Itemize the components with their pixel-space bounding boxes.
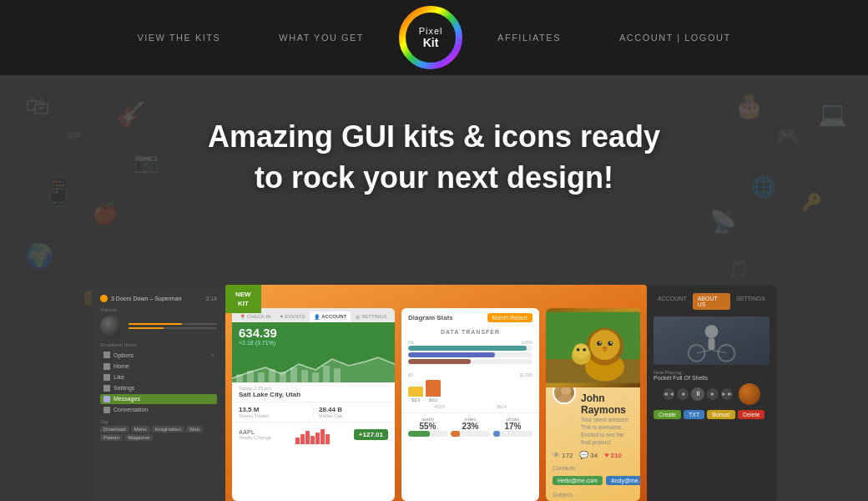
- logo[interactable]: Pixel Kit: [393, 0, 468, 75]
- dropdown-item-like[interactable]: Like: [100, 372, 217, 382]
- svg-rect-7: [301, 370, 308, 382]
- delete-btn[interactable]: Delete: [738, 410, 765, 419]
- hero-title-line2: to rock your next design!: [0, 158, 868, 199]
- bonus-btn[interactable]: Bonus!: [707, 410, 735, 419]
- svg-point-18: [608, 342, 613, 347]
- contacts-label: Contacts: [553, 465, 633, 471]
- svg-point-24: [577, 348, 580, 352]
- tag-download[interactable]: Download: [100, 426, 129, 433]
- tab-account[interactable]: 👤ACCOUNT: [310, 311, 351, 322]
- profile-likes: 210: [611, 452, 622, 459]
- lion-illustration: [546, 310, 640, 385]
- profile-views: 172: [562, 452, 573, 459]
- nav-link-account-logout[interactable]: ACCOUNT | LOGOUT: [590, 33, 760, 43]
- tag-imagination[interactable]: Imagination: [152, 426, 184, 433]
- stats-title: Diagram Stats: [408, 314, 453, 321]
- txt-btn[interactable]: TXT: [684, 410, 704, 419]
- tag-label: Tag: [100, 419, 217, 424]
- tag-web[interactable]: Web: [186, 426, 203, 433]
- right-tab-settings[interactable]: SETTINGS: [732, 293, 770, 310]
- next-btn[interactable]: ►►: [721, 388, 733, 400]
- hero-section: 🛍 ✏ 🎸 📱 🍎 📷 🌍 🎂 🎮 💻 🌐 📡 🔑 📻 🎵 Amazing GU…: [0, 75, 868, 501]
- kit-preview: NEW KIT 📍CHECK IN ♥EVENTS 👤: [225, 285, 647, 501]
- svg-point-17: [597, 342, 602, 347]
- profile-name: John Raymons: [581, 392, 633, 416]
- contact-2[interactable]: Andy@me.com: [606, 476, 640, 485]
- audio-knob[interactable]: [739, 383, 760, 405]
- tab-settings[interactable]: ⚙SETTINGS: [351, 311, 391, 322]
- volume-label: Volume: [100, 307, 217, 312]
- svg-point-20: [610, 342, 612, 344]
- stat-shares-label: Shares Traded: [239, 413, 308, 418]
- create-btn[interactable]: Create: [654, 410, 681, 419]
- svg-point-23: [573, 343, 589, 359]
- stat-cap-val: 28.44 B: [319, 406, 388, 413]
- svg-rect-8: [312, 372, 319, 382]
- dropdown-label: Dropdown Items: [100, 342, 217, 347]
- dropdown-item-home[interactable]: Home: [100, 362, 217, 372]
- month-report-btn[interactable]: Month Report: [487, 313, 532, 322]
- location-value: Salt Lake City, Utah: [239, 391, 388, 398]
- audio-time: 3:14: [205, 296, 217, 301]
- dropdown-item-messages[interactable]: Messages: [100, 394, 217, 404]
- tag-pattern[interactable]: Pattern: [100, 434, 123, 441]
- nav-link-what-you-get[interactable]: WHAT YOU GET: [250, 33, 393, 43]
- tab-events[interactable]: ♥EVENTS: [276, 311, 310, 322]
- tag-magazine[interactable]: Magazine: [124, 434, 153, 441]
- hero-headline: Amazing GUI kits & icons ready to rock y…: [0, 75, 868, 198]
- nav-link-affiliates[interactable]: AFFILIATES: [468, 33, 590, 43]
- dropdown-item-settings[interactable]: Settings: [100, 383, 217, 393]
- profile-tagline: Your talent amazes! This is awesome. Exc…: [581, 416, 633, 446]
- aapl-badge: +127.01: [354, 429, 388, 440]
- svg-point-21: [603, 347, 607, 350]
- svg-point-30: [705, 325, 719, 338]
- chart-value: 634.39: [232, 322, 395, 340]
- sidebar-preview: 3 Doors Down – Superman 3:14 Volume Drop…: [92, 285, 225, 501]
- profile-card: John Raymons Your talent amazes! This is…: [546, 308, 640, 501]
- svg-rect-2: [247, 371, 254, 382]
- prev-btn[interactable]: ◄◄: [663, 388, 674, 400]
- new-kit-badge: NEW KIT: [225, 285, 261, 313]
- svg-rect-3: [258, 372, 265, 382]
- chart-change: +2.18 (3.71%): [232, 340, 395, 346]
- profile-comments: 34: [590, 452, 598, 459]
- rewind-btn[interactable]: ◄: [677, 388, 689, 400]
- audio-track: 3 Doors Down – Superman: [111, 296, 202, 301]
- right-msg-val: Pocket Full Of Shells: [654, 375, 770, 381]
- preview-strip: 3 Doors Down – Superman 3:14 Volume Drop…: [92, 285, 776, 501]
- yearly-change-label: Yearly Change: [239, 435, 271, 440]
- pause-btn[interactable]: ⏸: [691, 387, 704, 401]
- right-tab-account[interactable]: ACCOUNT: [654, 293, 691, 310]
- ff-btn[interactable]: ►: [707, 388, 719, 400]
- dropdown-item-conversation[interactable]: Conversation: [100, 405, 217, 415]
- dropdown-item-options[interactable]: Options ›: [100, 350, 217, 361]
- subject-label: Subject: [553, 492, 633, 498]
- svg-point-27: [558, 394, 574, 404]
- contact-1[interactable]: Hello@me.com: [553, 476, 603, 485]
- svg-rect-9: [323, 366, 330, 382]
- hero-title-line1: Amazing GUI kits & icons ready: [0, 117, 868, 158]
- svg-point-25: [583, 348, 586, 352]
- stats-card: Diagram Stats Month Report DATA TRANSFER…: [401, 308, 539, 501]
- data-transfer-label: DATA TRANSFER: [401, 327, 539, 337]
- money-left-label: $23: [411, 397, 420, 402]
- logo-text: Pixel Kit: [419, 26, 443, 50]
- navigation: VIEW THE KITS WHAT YOU GET: [0, 0, 868, 75]
- svg-rect-5: [280, 372, 286, 382]
- volume-knob[interactable]: [100, 316, 122, 337]
- tag-menu[interactable]: Menu: [131, 426, 150, 433]
- svg-rect-1: [236, 374, 243, 382]
- stat-shares-val: 13.5 M: [239, 406, 308, 413]
- right-panel-preview: ACCOUNT ABOUT US SETTINGS: [647, 285, 776, 501]
- nav-link-view-kits[interactable]: VIEW THE KITS: [108, 33, 250, 43]
- right-tab-about-us[interactable]: ABOUT US: [693, 293, 730, 310]
- svg-rect-6: [290, 367, 297, 382]
- dashboard-card: 📍CHECK IN ♥EVENTS 👤ACCOUNT ⚙SETTINGS: [232, 308, 395, 501]
- stat-cap-label: Market Cap: [319, 413, 388, 418]
- aapl-label: AAPL: [239, 429, 271, 435]
- svg-point-19: [599, 342, 601, 344]
- svg-rect-10: [334, 368, 341, 382]
- right-avatar-area: [654, 316, 770, 365]
- chart-graph: [232, 349, 395, 382]
- money-right-label: $62: [429, 397, 437, 402]
